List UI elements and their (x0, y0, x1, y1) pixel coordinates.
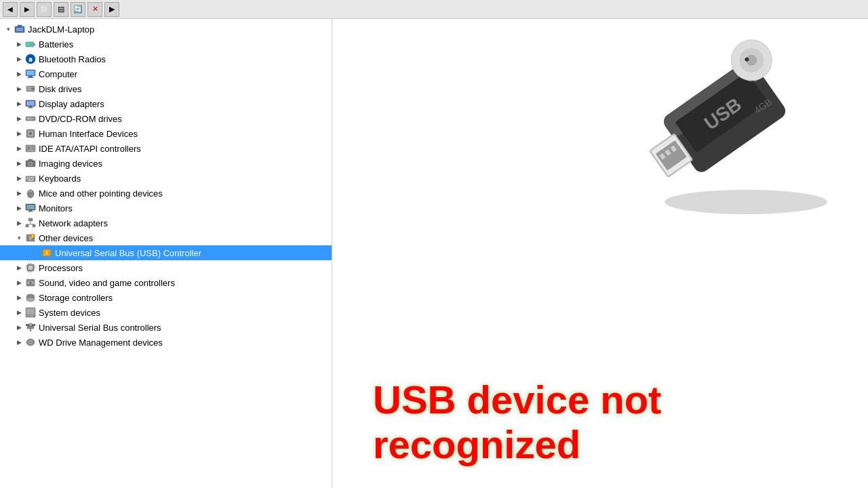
disk-icon (24, 83, 37, 95)
wd-expander[interactable]: ▶ (14, 337, 24, 348)
storage-expander[interactable]: ▶ (14, 292, 24, 303)
tree-item-monitors[interactable]: ▶ Monitors (0, 201, 332, 216)
tree-item-keyboards[interactable]: ▶ Keyboards (0, 171, 332, 186)
svg-rect-73 (28, 271, 29, 272)
tree-item-batteries[interactable]: ▶ Batteries (0, 37, 332, 52)
storage-label: Storage controllers (39, 293, 113, 303)
svg-text:!: ! (46, 249, 48, 256)
computer-icon (24, 68, 37, 80)
update-button[interactable]: 🔄 (71, 2, 85, 17)
imaging-expander[interactable]: ▶ (14, 158, 24, 169)
tree-item-usb-controller[interactable]: ▶ ! Universal Serial Bus (USB) Controlle… (0, 245, 332, 260)
tree-item-storage[interactable]: ▶ Storage controllers (0, 290, 332, 305)
tree-item-other[interactable]: ▾ ? ! Other devices (0, 230, 332, 245)
svg-rect-22 (26, 117, 32, 120)
tree-item-wd[interactable]: ▶ WD Drive Management devices (0, 335, 332, 350)
monitors-icon (24, 202, 37, 214)
scan-button[interactable]: ▶ (104, 2, 119, 17)
svg-rect-90 (30, 329, 31, 331)
svg-rect-17 (26, 101, 35, 106)
tree-item-ide[interactable]: ▶ IDE ATA/ATAPI controllers (0, 141, 332, 156)
svg-rect-84 (26, 308, 35, 314)
bluetooth-icon: ʙ (24, 53, 37, 65)
root-label: JackDLM-Laptop (28, 24, 94, 35)
display-expander[interactable]: ▶ (14, 98, 24, 109)
disk-expander[interactable]: ▶ (14, 83, 24, 94)
other-label: Other devices (39, 233, 93, 243)
forward-button[interactable]: ▶ (20, 2, 35, 17)
svg-rect-19 (28, 108, 33, 108)
processors-expander[interactable]: ▶ (14, 262, 24, 273)
keyboards-icon (24, 172, 37, 184)
tree-item-display[interactable]: ▶ Display adapters (0, 96, 332, 111)
system-expander[interactable]: ▶ (14, 307, 24, 318)
network-expander[interactable]: ▶ (14, 218, 24, 228)
svg-rect-42 (32, 179, 34, 180)
ide-label: IDE ATA/ATAPI controllers (39, 144, 141, 154)
svg-rect-15 (28, 88, 31, 89)
bluetooth-label: Bluetooth Radios (39, 54, 106, 64)
tree-item-network[interactable]: ▶ Network adapters (0, 216, 332, 230)
tree-item-imaging[interactable]: ▶ Imaging devices (0, 156, 332, 171)
tree-root[interactable]: ▾ JackDLM-Laptop (0, 22, 332, 37)
tree-item-sound[interactable]: ▶ Sound, video and game controllers (0, 275, 332, 290)
sound-expander[interactable]: ▶ (14, 277, 24, 288)
system-label: System devices (39, 308, 100, 318)
svg-rect-53 (28, 218, 33, 221)
ide-expander[interactable]: ▶ (14, 143, 24, 154)
batteries-expander[interactable]: ▶ (14, 39, 24, 49)
monitors-expander[interactable]: ▶ (14, 203, 24, 214)
svg-rect-40 (26, 179, 28, 180)
usb-controllers-expander[interactable]: ▶ (14, 322, 24, 333)
svg-point-96 (665, 190, 827, 214)
wd-icon (24, 336, 37, 348)
svg-rect-34 (28, 159, 33, 161)
svg-rect-52 (28, 211, 33, 212)
mice-label: Mice and other pointing devices (39, 188, 163, 199)
tree-item-usb-controllers[interactable]: ▶ Universal Serial Bus controllers (0, 320, 332, 335)
network-icon (24, 217, 37, 229)
tree-item-bluetooth[interactable]: ▶ ʙ Bluetooth Radios (0, 52, 332, 66)
uninstall-button[interactable]: ✕ (87, 2, 102, 17)
svg-rect-51 (29, 210, 32, 211)
tree-item-system[interactable]: ▶ System devices (0, 305, 332, 320)
svg-rect-67 (26, 266, 27, 266)
root-expander[interactable]: ▾ (3, 24, 14, 35)
monitors-label: Monitors (39, 203, 73, 214)
bluetooth-expander[interactable]: ▶ (14, 54, 24, 64)
svg-rect-5 (26, 43, 29, 46)
svg-rect-88 (27, 326, 34, 329)
svg-point-77 (31, 281, 34, 284)
svg-rect-54 (26, 224, 28, 227)
other-expander[interactable]: ▾ (14, 232, 24, 243)
svg-rect-43 (28, 180, 33, 181)
back-button[interactable]: ◀ (3, 2, 18, 17)
battery-icon (24, 38, 37, 50)
tree-item-disk[interactable]: ▶ Disk drives (0, 81, 332, 96)
svg-rect-87 (31, 316, 33, 317)
other-icon: ? ! (24, 232, 37, 244)
dvd-expander[interactable]: ▶ (14, 113, 24, 124)
keyboards-expander[interactable]: ▶ (14, 173, 24, 184)
tree-item-mice[interactable]: ▶ Mice and other pointing devices (0, 186, 332, 201)
usb-controller-label: Universal Serial Bus (USB) Controller (55, 248, 201, 258)
up-button[interactable]: ⬜ (37, 2, 52, 17)
properties-button[interactable]: ▤ (54, 2, 68, 17)
mice-icon (24, 187, 37, 199)
main-area: ▾ JackDLM-Laptop ▶ Batteries (0, 19, 868, 488)
display-label: Display adapters (39, 99, 104, 109)
svg-point-14 (31, 87, 34, 90)
mice-expander[interactable]: ▶ (14, 188, 24, 199)
svg-point-95 (30, 342, 31, 343)
tree-panel[interactable]: ▾ JackDLM-Laptop ▶ Batteries (0, 19, 332, 488)
svg-point-21 (33, 118, 35, 120)
svg-rect-11 (27, 77, 34, 78)
tree-item-hid[interactable]: ▶ Human Interface Devices (0, 126, 332, 141)
hid-expander[interactable]: ▶ (14, 128, 24, 139)
tree-item-computer[interactable]: ▶ Computer (0, 66, 332, 81)
computer-expander[interactable]: ▶ (14, 68, 24, 79)
tree-item-dvd[interactable]: ▶ DVD/CD-ROM drives (0, 111, 332, 126)
tree-item-processors[interactable]: ▶ Processors (0, 260, 332, 275)
svg-text:ʙ: ʙ (28, 56, 33, 63)
svg-rect-91 (26, 324, 29, 326)
